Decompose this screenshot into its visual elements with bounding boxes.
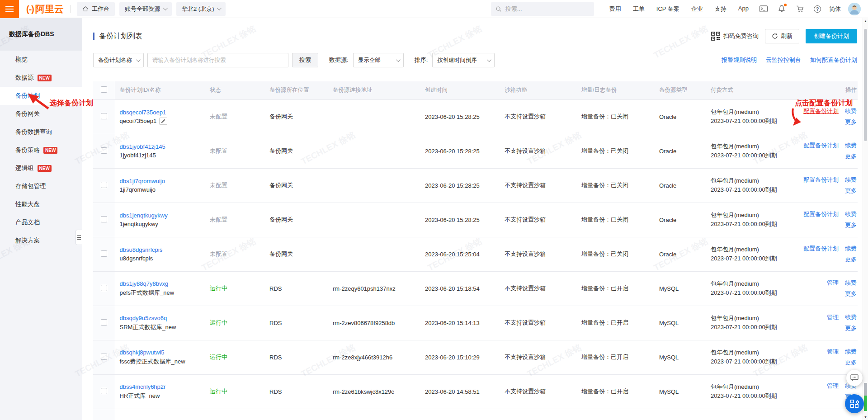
row-checkbox[interactable] xyxy=(101,147,107,154)
mini-app-button[interactable] xyxy=(845,394,864,413)
manage-link[interactable]: 管理 xyxy=(827,279,839,287)
select-all-checkbox[interactable] xyxy=(101,86,107,93)
scroll-up-arrow[interactable]: ▲ xyxy=(863,19,868,23)
datasource-select[interactable]: 显示全部 xyxy=(353,53,404,67)
row-checkbox[interactable] xyxy=(101,113,107,119)
manage-link[interactable]: 管理 xyxy=(827,348,839,356)
sidebar-collapse-handle[interactable] xyxy=(75,230,82,245)
renew-link[interactable]: 续费 xyxy=(845,348,857,356)
more-link[interactable]: 更多 xyxy=(845,359,857,367)
sidebar-item[interactable]: 概览 xyxy=(0,51,82,69)
sort-select[interactable]: 按创建时间倒序 xyxy=(432,53,495,67)
renew-link[interactable]: 续费 xyxy=(845,245,857,253)
plan-id-link[interactable]: dbs1jy88q7y8bvxg xyxy=(120,280,169,287)
plan-id-link[interactable]: dbsqhkj8pwutwl5 xyxy=(120,349,165,356)
plan-id-link[interactable]: dbs1ji7qromwuijo xyxy=(120,178,165,184)
plan-search-input[interactable] xyxy=(147,53,288,67)
actions-stack: 续费更多 xyxy=(845,107,857,126)
alarm-rules-link[interactable]: 报警规则说明 xyxy=(722,56,757,64)
renew-link[interactable]: 续费 xyxy=(845,279,857,287)
sidebar-item[interactable]: 存储包管理 xyxy=(0,177,82,195)
configure-plan-link[interactable]: 配置备份计划 xyxy=(803,142,839,150)
qr-consult-link[interactable]: 扫码免费咨询 xyxy=(711,32,759,41)
renew-link[interactable]: 续费 xyxy=(845,142,857,150)
sidebar-item[interactable]: 数据源NEW xyxy=(0,69,82,87)
refresh-button[interactable]: 刷新 xyxy=(765,29,799,43)
topbar-menu-item[interactable]: 企业 xyxy=(691,5,703,13)
renew-link[interactable]: 续费 xyxy=(845,210,857,218)
plan-id-link[interactable]: dbsu8dgsnrfcpis xyxy=(120,246,163,253)
row-checkbox[interactable] xyxy=(101,354,107,360)
workbench-label: 工作台 xyxy=(92,5,109,13)
help-icon[interactable]: ? xyxy=(814,5,821,13)
cloudshell-icon[interactable] xyxy=(760,5,768,13)
topbar-menu-item[interactable]: 支持 xyxy=(715,5,726,13)
scroll-down-arrow[interactable]: ▼ xyxy=(863,415,868,419)
sidebar-item[interactable]: 逻辑组NEW xyxy=(0,159,82,177)
more-link[interactable]: 更多 xyxy=(845,187,857,195)
more-link[interactable]: 更多 xyxy=(845,152,857,160)
configure-plan-link[interactable]: 配置备份计划 xyxy=(803,107,839,115)
sidebar-item[interactable]: 备份网关 xyxy=(0,105,82,123)
edit-name-button[interactable] xyxy=(159,118,167,125)
global-search-input[interactable] xyxy=(505,5,578,12)
sidebar-item[interactable]: 备份策略NEW xyxy=(0,141,82,159)
plan-id-link[interactable]: dbsqecoi735oep1 xyxy=(120,109,166,116)
sidebar-item[interactable]: 产品文档 xyxy=(0,213,82,231)
sidebar-item[interactable]: 备份计划 xyxy=(0,87,82,105)
locale-switch[interactable]: 简体 xyxy=(829,5,841,13)
more-link[interactable]: 更多 xyxy=(845,255,857,264)
more-link[interactable]: 更多 xyxy=(845,118,857,126)
vertical-scrollbar[interactable]: ▲ ▼ xyxy=(863,18,868,420)
manage-link[interactable]: 管理 xyxy=(827,382,839,390)
global-search[interactable] xyxy=(491,2,594,16)
topbar-menu-item[interactable]: ICP 备案 xyxy=(656,5,679,13)
more-link[interactable]: 更多 xyxy=(845,290,857,298)
user-avatar[interactable] xyxy=(848,3,861,15)
cloud-monitor-link[interactable]: 云监控控制台 xyxy=(766,56,801,64)
workbench-button[interactable]: 工作台 xyxy=(77,2,115,16)
sidebar-item[interactable]: 解决方案 xyxy=(0,231,82,250)
row-checkbox[interactable] xyxy=(101,250,107,257)
search-button[interactable]: 搜索 xyxy=(292,53,318,67)
cart-icon[interactable] xyxy=(796,5,804,13)
region-dropdown[interactable]: 华北2 (北京) xyxy=(176,2,226,16)
aliyun-logo[interactable]: (-) 阿里云 xyxy=(26,3,64,15)
payment-expire: 2023-07-21 00:00:00到期 xyxy=(711,185,790,194)
more-link[interactable]: 更多 xyxy=(845,221,857,229)
more-link[interactable]: 更多 xyxy=(845,324,857,332)
status-cell: 运行中 xyxy=(205,306,265,340)
how-to-configure-link[interactable]: 如何配置备份计划 xyxy=(810,56,857,64)
plan-id-link[interactable]: dbs1jyobf41zj145 xyxy=(120,143,165,150)
notifications-bell-icon[interactable] xyxy=(778,5,786,13)
renew-link[interactable]: 续费 xyxy=(845,107,857,115)
configure-plan-link[interactable]: 配置备份计划 xyxy=(803,245,839,253)
plan-id-link[interactable]: dbss4mcnly6hp2r xyxy=(120,383,166,390)
sidebar-item[interactable]: 性能大盘 xyxy=(0,195,82,213)
row-checkbox[interactable] xyxy=(101,182,107,188)
plan-id-link[interactable]: dbs1jenqtkugykwy xyxy=(120,212,168,219)
row-checkbox[interactable] xyxy=(101,319,107,326)
row-checkbox[interactable] xyxy=(101,216,107,222)
row-checkbox[interactable] xyxy=(101,285,107,291)
nav-hamburger-button[interactable] xyxy=(0,0,19,18)
plan-id-name-cell: dbs1jyobf41zj1451jyobf41zj145 xyxy=(115,134,205,168)
sidebar-item[interactable]: 备份数据查询 xyxy=(0,123,82,141)
topbar-menu-item[interactable]: 费用 xyxy=(609,5,621,13)
scrollbar-thumb[interactable] xyxy=(864,29,867,141)
incremental-backup-cell: 增量备份：已开启 xyxy=(577,340,655,374)
manage-link[interactable]: 管理 xyxy=(827,313,839,321)
sandbox-cell: 不支持设置沙箱 xyxy=(500,340,577,374)
plan-id-link[interactable]: dbsqdy9u5zsvo6q xyxy=(120,315,167,321)
create-plan-button[interactable]: 创建备份计划 xyxy=(806,29,857,43)
renew-link[interactable]: 续费 xyxy=(845,176,857,184)
topbar-menu-item[interactable]: App xyxy=(738,5,749,13)
chat-support-button[interactable] xyxy=(846,370,863,386)
row-checkbox[interactable] xyxy=(101,388,107,394)
topbar-menu-item[interactable]: 工单 xyxy=(633,5,645,13)
configure-plan-link[interactable]: 配置备份计划 xyxy=(803,176,839,184)
resource-scope-dropdown[interactable]: 账号全部资源 xyxy=(119,2,172,16)
configure-plan-link[interactable]: 配置备份计划 xyxy=(803,210,839,218)
renew-link[interactable]: 续费 xyxy=(845,313,857,321)
search-field-select[interactable]: 备份计划名称 xyxy=(93,53,144,67)
